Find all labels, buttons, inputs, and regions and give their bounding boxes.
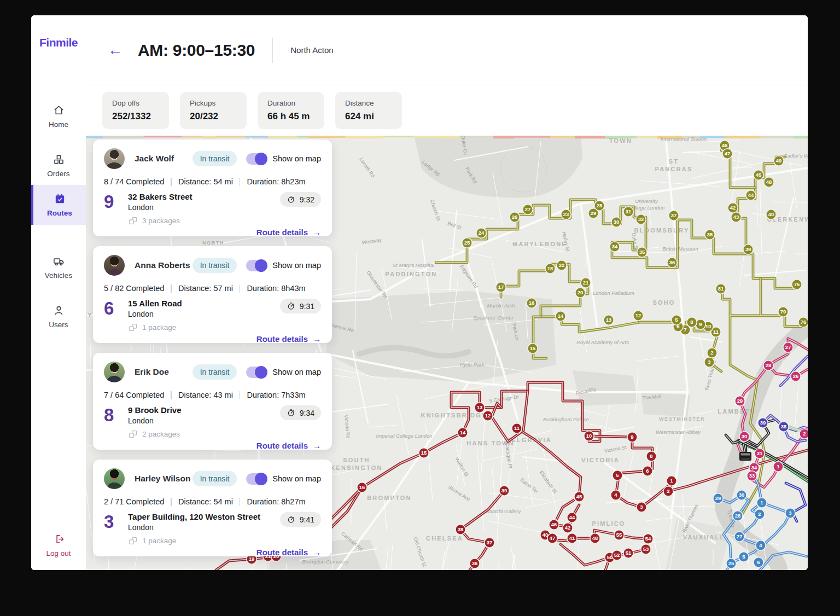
svg-text:Sadler's Wells: Sadler's Wells bbox=[784, 153, 808, 159]
home-icon bbox=[52, 104, 65, 117]
completed-count: 8 / 74 Completed bbox=[104, 177, 164, 186]
svg-text:48: 48 bbox=[592, 535, 598, 541]
route-details-link[interactable]: Route details → bbox=[256, 441, 321, 450]
sidebar-item-label: Orders bbox=[47, 170, 69, 178]
svg-text:24: 24 bbox=[479, 230, 485, 236]
status-badge: In transit bbox=[192, 258, 237, 273]
driver-cards-column: Jack Wolf In transit Show on map 8 / 74 … bbox=[93, 140, 332, 556]
show-on-map-toggle[interactable] bbox=[246, 153, 267, 165]
svg-text:5: 5 bbox=[675, 317, 678, 323]
duration-value: Duration: 7h33m bbox=[247, 391, 305, 399]
users-icon bbox=[52, 304, 65, 317]
svg-text:SOUTH: SOUTH bbox=[343, 457, 370, 463]
show-on-map-toggle[interactable] bbox=[246, 260, 267, 271]
vehicles-icon bbox=[52, 255, 65, 268]
packages-count: 3 packages bbox=[142, 217, 180, 225]
svg-text:15: 15 bbox=[530, 345, 536, 351]
eta-time: 9:31 bbox=[300, 302, 314, 311]
logout-button[interactable]: Log out bbox=[31, 533, 86, 557]
sidebar-item-routes[interactable]: Routes bbox=[31, 185, 86, 225]
eta-time: 9:34 bbox=[300, 409, 314, 417]
avatar bbox=[104, 468, 125, 489]
svg-text:39: 39 bbox=[745, 246, 751, 252]
svg-text:TOWN: TOWN bbox=[609, 137, 632, 144]
stat-value: 624 mi bbox=[345, 111, 392, 122]
svg-text:18: 18 bbox=[547, 265, 553, 271]
svg-text:Hyde Park: Hyde Park bbox=[460, 362, 485, 368]
svg-text:10: 10 bbox=[705, 323, 711, 329]
svg-text:Speakers' Corner: Speakers' Corner bbox=[473, 315, 514, 321]
svg-text:28: 28 bbox=[735, 513, 741, 519]
show-on-map-toggle[interactable] bbox=[246, 473, 267, 485]
svg-text:21: 21 bbox=[583, 280, 589, 286]
svg-text:13: 13 bbox=[477, 404, 483, 410]
svg-text:10: 10 bbox=[586, 433, 592, 439]
svg-text:6: 6 bbox=[646, 468, 649, 474]
avatar bbox=[104, 362, 125, 382]
driver-name: Erik Doe bbox=[135, 367, 169, 377]
package-icon bbox=[128, 536, 138, 546]
svg-text:31: 31 bbox=[626, 208, 632, 214]
route-details-link[interactable]: Route details → bbox=[256, 228, 321, 237]
svg-text:35: 35 bbox=[639, 249, 645, 255]
back-button[interactable]: ← bbox=[108, 43, 122, 57]
duration-value: Duration: 8h27m bbox=[247, 497, 305, 506]
svg-text:28: 28 bbox=[766, 362, 772, 368]
svg-text:1: 1 bbox=[777, 463, 780, 469]
logout-label: Log out bbox=[46, 549, 71, 557]
truck-icon bbox=[739, 452, 751, 461]
svg-text:VAUXHALL: VAUXHALL bbox=[683, 534, 725, 541]
svg-text:29: 29 bbox=[737, 398, 743, 404]
svg-text:79: 79 bbox=[780, 309, 786, 315]
show-on-map-toggle[interactable] bbox=[246, 367, 267, 378]
sidebar-item-vehicles[interactable]: Vehicles bbox=[31, 247, 86, 287]
svg-text:75: 75 bbox=[794, 281, 800, 287]
show-on-map-label: Show on map bbox=[272, 474, 321, 483]
sidebar-item-users[interactable]: Users bbox=[31, 297, 86, 336]
route-details-link[interactable]: Route details → bbox=[256, 334, 321, 344]
completed-count: 2 / 71 Completed bbox=[104, 497, 164, 506]
arrow-right-icon: → bbox=[313, 441, 321, 450]
packages-row: 2 packages bbox=[128, 429, 256, 439]
svg-text:11: 11 bbox=[713, 329, 719, 335]
distance-value: Distance: 43 mi bbox=[178, 391, 233, 399]
svg-text:16: 16 bbox=[359, 484, 365, 490]
status-badge: In transit bbox=[192, 151, 237, 166]
svg-text:44: 44 bbox=[748, 192, 754, 198]
driver-card: Anna Roberts In transit Show on map 5 / … bbox=[93, 246, 332, 343]
svg-text:34: 34 bbox=[751, 464, 757, 470]
svg-text:BROMPTON: BROMPTON bbox=[367, 495, 412, 501]
svg-text:CHELSEA: CHELSEA bbox=[426, 535, 463, 542]
svg-text:29: 29 bbox=[715, 495, 721, 501]
svg-text:34: 34 bbox=[612, 243, 618, 249]
svg-text:Marble Arch: Marble Arch bbox=[487, 303, 515, 309]
svg-text:9: 9 bbox=[631, 434, 633, 440]
svg-text:81: 81 bbox=[718, 286, 724, 292]
svg-text:55: 55 bbox=[616, 532, 622, 538]
show-on-map-label: Show on map bbox=[272, 154, 321, 163]
svg-text:KENSINGTON: KENSINGTON bbox=[330, 464, 382, 471]
svg-text:31: 31 bbox=[757, 450, 763, 456]
svg-text:54: 54 bbox=[645, 536, 651, 542]
completed-count: 7 / 64 Completed bbox=[104, 391, 164, 399]
svg-text:42: 42 bbox=[565, 525, 571, 531]
sidebar-item-orders[interactable]: Orders bbox=[31, 146, 86, 185]
svg-text:14: 14 bbox=[460, 429, 466, 435]
eta-pill: 9:31 bbox=[280, 299, 321, 313]
svg-text:15: 15 bbox=[421, 450, 427, 456]
route-details-link[interactable]: Route details → bbox=[256, 548, 321, 557]
svg-text:27: 27 bbox=[785, 344, 791, 350]
stop-number: 8 bbox=[104, 405, 128, 450]
toggle-knob bbox=[255, 259, 267, 272]
svg-text:23: 23 bbox=[563, 211, 569, 217]
stat-label: Dop offs bbox=[112, 99, 159, 107]
stat-card: Distance 624 mi bbox=[335, 92, 402, 129]
stop-city: London bbox=[128, 203, 256, 212]
sidebar-item-home[interactable]: Home bbox=[31, 96, 86, 136]
svg-text:Brompton Cemetery: Brompton Cemetery bbox=[302, 559, 349, 565]
svg-text:48: 48 bbox=[766, 179, 772, 185]
routes-icon bbox=[54, 193, 66, 205]
packages-row: 1 package bbox=[128, 322, 256, 333]
svg-text:PIMLICO: PIMLICO bbox=[592, 520, 625, 527]
svg-text:KNIGHTSBRIDGE: KNIGHTSBRIDGE bbox=[421, 412, 487, 419]
